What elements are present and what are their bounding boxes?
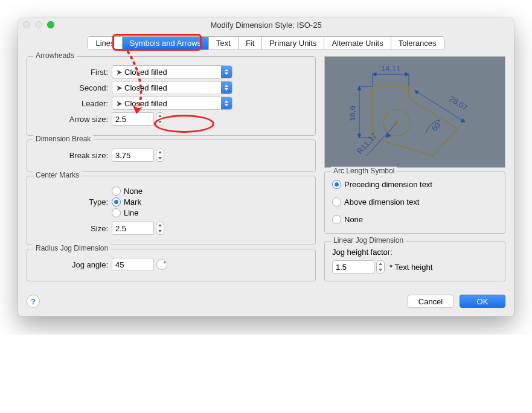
- preview-dim-left: 16,6: [348, 106, 357, 121]
- dialog-window: Modify Dimension Style: ISO-25 LinesSymb…: [18, 18, 514, 316]
- preview-dim-angle: 60°: [430, 118, 445, 133]
- tab-fit[interactable]: Fit: [239, 37, 262, 50]
- dimension-break-group: Dimension Break Break size:: [27, 139, 316, 172]
- jog-angle-input[interactable]: [112, 258, 154, 271]
- window-title: Modify Dimension Style: ISO-25: [18, 21, 514, 30]
- jog-height-factor-stepper[interactable]: [376, 260, 385, 274]
- break-size-input[interactable]: [112, 149, 154, 162]
- arrowheads-legend: Arrowheads: [33, 51, 77, 60]
- center-type-mark-radio[interactable]: Mark: [112, 197, 143, 206]
- jog-angle-label: Jog angle:: [34, 260, 112, 269]
- first-arrowhead-select[interactable]: ➤ Closed filled: [112, 65, 232, 78]
- preview-dim-top: 14,11: [381, 64, 401, 73]
- tab-symbols-and-arrows[interactable]: Symbols and Arrows: [123, 37, 210, 50]
- dimension-break-legend: Dimension Break: [33, 135, 93, 143]
- leader-label: Leader:: [34, 99, 112, 108]
- arrow-size-stepper[interactable]: [156, 112, 164, 126]
- first-arrowhead-value: Closed filled: [124, 68, 167, 77]
- jog-height-suffix: * Text height: [389, 263, 432, 272]
- jog-height-factor-input[interactable]: [332, 260, 374, 274]
- tab-primary-units[interactable]: Primary Units: [262, 37, 324, 50]
- center-type-line-label: Line: [124, 208, 139, 217]
- first-label: First:: [34, 68, 112, 77]
- arc-preceding-radio[interactable]: Preceding dimension text: [332, 180, 498, 189]
- leader-arrowhead-select[interactable]: ➤ Closed filled: [112, 97, 232, 110]
- jog-angle-dial[interactable]: [156, 259, 167, 270]
- second-label: Second:: [34, 83, 112, 92]
- tab-text[interactable]: Text: [209, 37, 239, 50]
- arc-length-group: Arc Length Symbol Preceding dimension te…: [324, 171, 505, 234]
- titlebar: Modify Dimension Style: ISO-25: [18, 18, 514, 31]
- arc-above-label: Above dimension text: [344, 197, 419, 206]
- tab-lines[interactable]: Lines: [88, 37, 122, 50]
- center-marks-group: Center Marks Type: None Mark Line Size:: [27, 176, 316, 245]
- closed-filled-icon: ➤: [116, 99, 124, 108]
- type-label: Type:: [34, 197, 112, 206]
- tab-alternate-units[interactable]: Alternate Units: [324, 37, 391, 50]
- chevron-updown-icon: [221, 82, 232, 94]
- radius-jog-group: Radius Jog Dimension Jog angle:: [27, 249, 316, 281]
- arc-none-radio[interactable]: None: [332, 215, 498, 224]
- break-size-label: Break size:: [34, 151, 112, 160]
- linear-jog-group: Linear Jog Dimension Jog height factor: …: [324, 241, 505, 281]
- arc-preceding-label: Preceding dimension text: [344, 180, 432, 189]
- closed-filled-icon: ➤: [116, 83, 124, 92]
- ok-button[interactable]: OK: [460, 295, 505, 308]
- arrow-size-label: Arrow size:: [34, 115, 112, 124]
- leader-arrowhead-value: Closed filled: [124, 99, 167, 108]
- center-size-label: Size:: [34, 224, 112, 233]
- radius-jog-legend: Radius Jog Dimension: [33, 244, 111, 252]
- center-type-none-radio[interactable]: None: [112, 187, 143, 196]
- arrowheads-group: Arrowheads First: ➤ Closed filled Second…: [27, 56, 316, 136]
- help-button[interactable]: ?: [27, 295, 40, 308]
- second-arrowhead-value: Closed filled: [124, 83, 167, 92]
- arc-above-radio[interactable]: Above dimension text: [332, 197, 498, 206]
- jog-height-factor-label: Jog height factor:: [332, 248, 498, 257]
- tab-bar: LinesSymbols and ArrowsTextFitPrimary Un…: [18, 31, 514, 53]
- tab-tolerances[interactable]: Tolerances: [391, 37, 444, 50]
- center-size-input[interactable]: [112, 222, 154, 235]
- second-arrowhead-select[interactable]: ➤ Closed filled: [112, 81, 232, 94]
- preview-pane: 14,11 16,6 28,07 60° R11,17: [324, 56, 505, 168]
- break-size-stepper[interactable]: [156, 149, 164, 162]
- arrow-size-input[interactable]: [112, 112, 154, 126]
- center-type-none-label: None: [124, 187, 143, 196]
- closed-filled-icon: ➤: [116, 68, 124, 77]
- arc-none-label: None: [344, 215, 363, 224]
- preview-dim-right: 28,07: [447, 94, 469, 112]
- arc-length-legend: Arc Length Symbol: [331, 167, 397, 175]
- center-marks-legend: Center Marks: [33, 171, 82, 179]
- center-size-stepper[interactable]: [156, 222, 164, 235]
- center-type-line-radio[interactable]: Line: [112, 208, 143, 217]
- chevron-updown-icon: [221, 97, 232, 109]
- cancel-button[interactable]: Cancel: [408, 295, 453, 308]
- chevron-updown-icon: [221, 66, 232, 78]
- linear-jog-legend: Linear Jog Dimension: [331, 236, 406, 245]
- center-type-mark-label: Mark: [124, 197, 141, 206]
